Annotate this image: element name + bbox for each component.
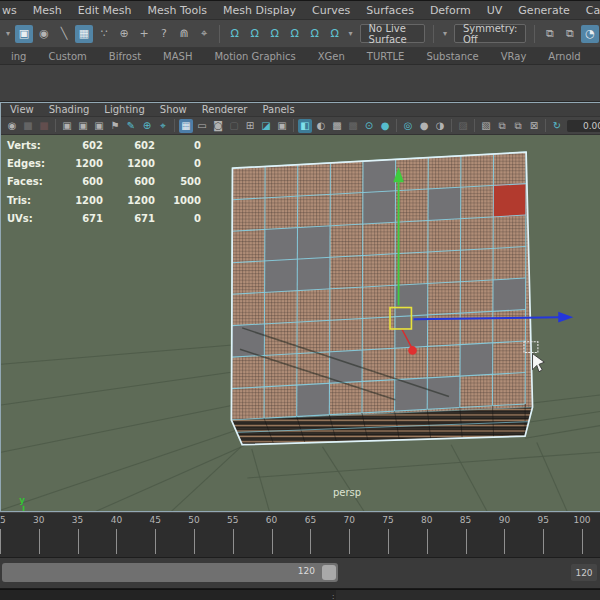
snap-to-projected-center-icon[interactable]: Ω [286, 25, 304, 43]
time-tick-line [466, 529, 467, 554]
lock-selection-icon[interactable]: ⋒ [175, 25, 193, 43]
tool-icons-group: ▾▣◉╲▦∵⊕+?⋒⌖ [2, 25, 214, 43]
time-tick-label: 25 [0, 515, 6, 525]
snap-to-curve-icon[interactable]: Ω [246, 25, 264, 43]
construction-history-icon[interactable]: ◔ [581, 25, 599, 43]
snap-to-point-icon[interactable]: Ω [266, 25, 284, 43]
copy-panel-icon[interactable]: ⧉ [495, 119, 509, 133]
highlight-selection-icon[interactable]: ⌖ [195, 25, 213, 43]
menu-item-edit-mesh[interactable]: Edit Mesh [70, 4, 140, 17]
menu-item-surfaces[interactable]: Surfaces [358, 4, 422, 17]
use-all-lights-icon[interactable]: ⊙ [362, 119, 376, 133]
shelf-tab-motion-graphics[interactable]: Motion Graphics [203, 51, 306, 62]
grid-display-icon[interactable]: ▦ [179, 119, 193, 133]
wireframe-on-shaded-icon[interactable]: ◐ [314, 119, 328, 133]
camera-icon[interactable]: ▣ [60, 119, 74, 133]
isolate-select-icon[interactable]: ▧ [479, 119, 493, 133]
textured-mode-icon[interactable]: ▩ [330, 119, 344, 133]
time-slider[interactable]: 253035404550556065707580859095100 [0, 512, 600, 558]
rotate-snap-field[interactable]: 0.00 [567, 120, 600, 132]
live-surface-field[interactable]: No Live Surface [360, 24, 426, 43]
range-end-handle[interactable] [322, 565, 336, 580]
resolution-gate-icon[interactable]: ◙ [211, 119, 225, 133]
panel-menu-panels[interactable]: Panels [262, 104, 294, 115]
shelf-tab-xgen[interactable]: XGen [307, 51, 356, 62]
tool-box-caret-icon[interactable]: ▾ [3, 25, 13, 43]
paint-select-icon[interactable]: ╲ [55, 25, 73, 43]
field-chart-icon[interactable]: ⊞ [243, 119, 257, 133]
make-live-icon[interactable]: Ω [326, 25, 344, 43]
shadows-icon[interactable]: ● [378, 119, 392, 133]
shelf-tab-bifrost[interactable]: Bifrost [98, 51, 152, 62]
range-end-label: 120 [298, 566, 315, 576]
snap-to-grid-icon[interactable]: Ω [226, 25, 244, 43]
select-camera-icon[interactable]: ◉ [5, 119, 19, 133]
panel-menu-lighting[interactable]: Lighting [104, 104, 144, 115]
component-select-icon[interactable]: ▦ [75, 25, 93, 43]
grease-pencil-add-icon[interactable]: ⊕ [140, 119, 154, 133]
gate-mask-icon[interactable]: ▢ [227, 119, 241, 133]
viewport-canvas[interactable]: yz Verts:6026020Edges:120012000Faces:600… [1, 135, 600, 511]
playback-range-bar[interactable]: 120 [2, 563, 338, 582]
range-slider: 120 120 [0, 558, 600, 589]
xray-icon[interactable]: ▨ [456, 119, 470, 133]
shelf-tab-custom[interactable]: Custom [37, 51, 97, 62]
symmetry-center-icon[interactable]: ⊕ [115, 25, 133, 43]
shelf-tab-substance[interactable]: Substance [415, 51, 489, 62]
add-to-selection-icon[interactable]: + [135, 25, 153, 43]
command-line-input[interactable] [0, 590, 330, 600]
soft-select-icon[interactable]: ∵ [95, 25, 113, 43]
menu-item-ws[interactable]: ws [0, 4, 25, 17]
time-tick-label: 40 [111, 515, 122, 525]
pencil-icon[interactable]: ✎ [124, 119, 138, 133]
shelf-tab-arnold[interactable]: Arnold [537, 51, 591, 62]
panel-menu-shading[interactable]: Shading [49, 104, 90, 115]
depth-of-field-icon[interactable]: ◑ [433, 119, 447, 133]
swap-panel-icon[interactable]: ⊠ [527, 119, 541, 133]
hud-other: 0 [155, 213, 201, 224]
panel-menu-view[interactable]: View [10, 104, 34, 115]
camera-orbit-icon[interactable]: ▣ [92, 119, 106, 133]
snap-to-view-plane-icon[interactable]: Ω [306, 25, 324, 43]
lasso-select-icon[interactable]: ◉ [35, 25, 53, 43]
output-connections-icon[interactable]: ⧉ [561, 25, 579, 43]
panel-menu-show[interactable]: Show [160, 104, 187, 115]
shelf-tab-ing[interactable]: ing [0, 51, 37, 62]
panel-menu-renderer[interactable]: Renderer [202, 104, 248, 115]
ghost-toggle-icon[interactable]: ■ [21, 119, 35, 133]
menu-item-cache[interactable]: Cache [578, 4, 600, 17]
shelf-tab-turtle[interactable]: TURTLE [356, 51, 416, 62]
image-plane-icon[interactable]: ■ [37, 119, 51, 133]
select-tool-icon[interactable]: ▣ [15, 25, 33, 43]
shelf-tab-bullet[interactable]: Bullet [592, 51, 600, 62]
film-gate-icon[interactable]: ▭ [195, 119, 209, 133]
live-surface-caret-icon[interactable]: ▾ [346, 25, 356, 43]
symmetry-caret-icon[interactable]: ▾ [440, 25, 450, 43]
grease-pencil-edit-icon[interactable]: ⌖ [156, 119, 170, 133]
menu-item-mesh[interactable]: Mesh [25, 4, 70, 17]
help-icon[interactable]: ? [155, 25, 173, 43]
menu-item-mesh-tools[interactable]: Mesh Tools [139, 4, 215, 17]
menu-item-uv[interactable]: UV [479, 4, 511, 17]
input-connections-icon[interactable]: ⧉ [541, 25, 559, 43]
animation-end-time-field[interactable]: 120 [571, 564, 597, 581]
symmetry-field[interactable]: Symmetry: Off [454, 24, 527, 43]
hud-total: 600 [67, 176, 103, 187]
menu-item-mesh-display[interactable]: Mesh Display [215, 4, 304, 17]
checker-icon[interactable]: ▩ [346, 119, 360, 133]
bookmark-icon[interactable]: ⚑ [108, 119, 122, 133]
shelf-tab-mash[interactable]: MASH [152, 51, 203, 62]
hud-row: Faces:600600500 [7, 173, 201, 191]
safe-action-icon[interactable]: ◪ [259, 119, 273, 133]
menu-item-generate[interactable]: Generate [510, 4, 577, 17]
safe-title-icon[interactable]: ▣ [275, 119, 289, 133]
ambient-occlusion-icon[interactable]: ◎ [401, 119, 415, 133]
paste-panel-icon[interactable]: ⧉ [511, 119, 525, 133]
menu-item-deform[interactable]: Deform [422, 4, 479, 17]
menu-item-curves[interactable]: Curves [304, 4, 358, 17]
shaded-mode-icon[interactable]: ◧ [298, 119, 312, 133]
rotate-snap-icon[interactable]: ↻ [550, 119, 564, 133]
camera-lock-icon[interactable]: ▣ [76, 119, 90, 133]
motion-blur-icon[interactable]: ● [417, 119, 431, 133]
shelf-tab-vray[interactable]: VRay [490, 51, 538, 62]
